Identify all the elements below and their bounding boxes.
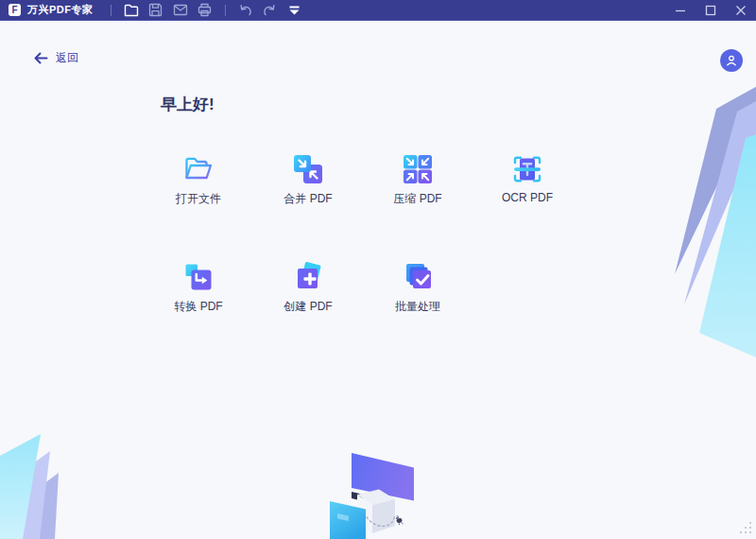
empty-drawer-illustration: [312, 438, 463, 539]
feature-merge-pdf[interactable]: 合并 PDF: [253, 145, 363, 252]
collapse-toolbar-icon[interactable]: [283, 0, 307, 21]
redo-icon[interactable]: [258, 0, 283, 21]
feature-label: 合并 PDF: [284, 191, 332, 207]
email-icon[interactable]: [168, 0, 193, 21]
back-label: 返回: [56, 50, 78, 66]
app-window: F 万兴PDF专家: [0, 0, 756, 539]
undo-icon[interactable]: [233, 0, 258, 21]
feature-label: 打开文件: [176, 191, 221, 207]
feature-label: OCR PDF: [502, 191, 553, 204]
toolbar-divider: [111, 5, 112, 16]
feature-create-pdf[interactable]: 创建 PDF: [253, 252, 363, 360]
back-button[interactable]: 返回: [34, 50, 78, 66]
greeting-text: 早上好!: [161, 94, 215, 115]
feature-grid: 打开文件 合并 PDF: [144, 145, 582, 360]
feature-label: 转换 PDF: [174, 299, 222, 315]
account-avatar[interactable]: [720, 49, 743, 72]
print-icon[interactable]: [193, 0, 217, 21]
app-logo-icon: F: [9, 4, 21, 16]
compress-pdf-icon: [401, 152, 435, 186]
back-arrow-icon: [34, 52, 48, 64]
app-title: 万兴PDF专家: [27, 3, 94, 17]
resize-grip: [739, 522, 751, 534]
ocr-pdf-icon: [510, 152, 544, 186]
close-button[interactable]: [726, 0, 756, 21]
feature-label: 压缩 PDF: [393, 191, 441, 207]
title-bar: F 万兴PDF专家: [0, 0, 756, 21]
maximize-button[interactable]: [696, 0, 726, 21]
merge-pdf-icon: [291, 152, 325, 186]
feature-convert-pdf[interactable]: 转换 PDF: [144, 252, 253, 360]
batch-process-icon: [401, 260, 435, 294]
feature-batch-process[interactable]: 批量处理: [363, 252, 472, 360]
folder-open-icon[interactable]: [119, 0, 144, 21]
main-content: 返回 早上好! 打开文件: [0, 22, 756, 539]
save-icon[interactable]: [144, 0, 168, 21]
feature-ocr-pdf[interactable]: OCR PDF: [472, 145, 582, 252]
feature-label: 创建 PDF: [284, 299, 332, 315]
toolbar-divider: [225, 5, 226, 16]
minimize-button[interactable]: [665, 0, 696, 21]
create-pdf-icon: [291, 260, 325, 294]
user-icon: [725, 54, 738, 67]
feature-label: 批量处理: [395, 299, 440, 315]
feature-open-file[interactable]: 打开文件: [144, 145, 253, 252]
open-file-icon: [181, 152, 215, 186]
convert-pdf-icon: [181, 260, 215, 294]
feature-compress-pdf[interactable]: 压缩 PDF: [363, 145, 472, 252]
